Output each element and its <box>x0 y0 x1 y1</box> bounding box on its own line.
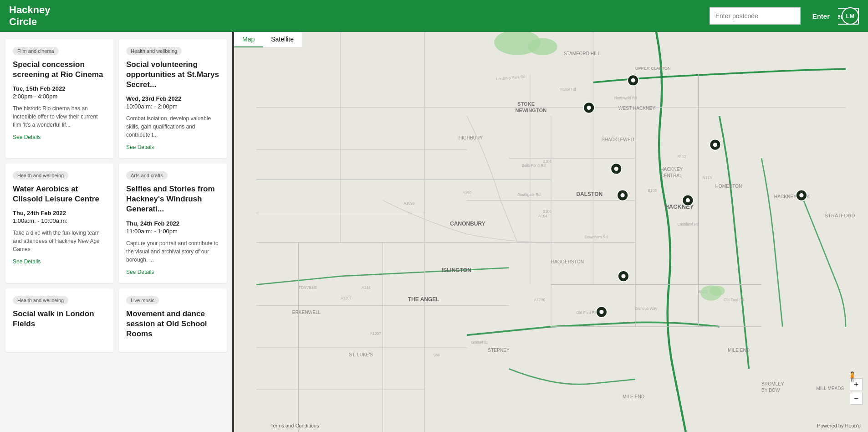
card-desc: Capture your portrait and contribute to … <box>126 239 220 264</box>
card-date: Wed, 23rd Feb 2022 <box>126 95 220 102</box>
svg-text:Old Ford Rd: Old Ford Rd <box>724 298 745 302</box>
avatar[interactable]: LM <box>842 7 859 25</box>
tab-satellite[interactable]: Satellite <box>263 32 302 47</box>
svg-text:STOKE: STOKE <box>517 101 535 107</box>
card-item-5[interactable]: Live music Movement and dance session at… <box>119 288 227 352</box>
svg-point-2 <box>528 38 557 55</box>
card-see-details-link[interactable]: See Details <box>126 269 154 275</box>
svg-text:HAGGERSTON: HAGGERSTON <box>551 259 584 264</box>
card-desc: Combat isolation, develop valuable skill… <box>126 114 220 139</box>
card-title: Selfies and Stories from Hackney's Windr… <box>126 184 220 214</box>
card-time: 1:00a:m: - 10:00a:m: <box>13 217 106 224</box>
svg-point-95 <box>599 310 603 314</box>
svg-text:SHACKLEWELL: SHACKLEWELL <box>602 137 636 142</box>
card-desc: The historic Rio cinema has an incredibl… <box>13 104 106 129</box>
svg-text:Southgate Rd: Southgate Rd <box>517 192 541 197</box>
svg-point-81 <box>631 78 635 82</box>
svg-text:Northwold Rd: Northwold Rd <box>614 96 638 100</box>
main-layout: Film and cinema Special concession scree… <box>0 32 868 432</box>
card-date: Tue, 15th Feb 2022 <box>13 85 106 92</box>
header: Hackney Circle Filters Enter LM <box>0 0 868 32</box>
card-title: Water Aerobics at Clissold Leisure Centr… <box>13 184 106 204</box>
card-tag: Health and wellbeing <box>13 296 68 304</box>
svg-text:STRATFORD: STRATFORD <box>825 213 855 218</box>
svg-point-77 <box>710 286 725 296</box>
svg-text:TONVILLE: TONVILLE <box>298 285 317 290</box>
card-item-0[interactable]: Film and cinema Special concession scree… <box>5 39 113 158</box>
svg-text:HACKNEY: HACKNEY <box>660 167 683 172</box>
svg-text:A1207: A1207 <box>341 296 352 300</box>
card-title: Social volunteering opportunities at St.… <box>126 60 220 90</box>
svg-text:B112: B112 <box>677 154 686 159</box>
svg-point-83 <box>713 143 717 147</box>
card-tag: Health and wellbeing <box>13 171 68 180</box>
card-tag: Health and wellbeing <box>126 47 182 55</box>
card-see-details-link[interactable]: See Details <box>13 134 41 140</box>
svg-text:ST. LUKE'S: ST. LUKE'S <box>349 352 373 357</box>
card-tag: Live music <box>126 296 159 304</box>
svg-text:Cassland Rd: Cassland Rd <box>677 222 699 226</box>
svg-point-87 <box>620 193 624 197</box>
svg-text:A199: A199 <box>463 190 472 195</box>
map-background[interactable]: STAMFORD HILL UPPER CLAPTON STOKE NEWING… <box>234 32 868 432</box>
svg-text:BY BOW: BY BOW <box>761 388 780 393</box>
card-item-1[interactable]: Health and wellbeing Social volunteering… <box>119 39 227 158</box>
card-date: Thu, 24th Feb 2022 <box>13 210 106 216</box>
cards-grid: Film and cinema Special concession scree… <box>5 39 227 352</box>
svg-text:CENTRAL: CENTRAL <box>660 173 682 178</box>
svg-point-85 <box>614 167 618 171</box>
svg-text:Balls Pond Rd: Balls Pond Rd <box>521 163 546 168</box>
map-controls: + − <box>850 378 863 405</box>
svg-text:CANONBURY: CANONBURY <box>450 221 485 227</box>
svg-point-93 <box>621 274 625 278</box>
svg-text:A1207: A1207 <box>370 331 381 336</box>
enter-button[interactable]: Enter <box>804 7 838 25</box>
svg-text:Bishops Way: Bishops Way <box>635 306 658 311</box>
svg-text:N113: N113 <box>703 175 712 180</box>
zoom-out-button[interactable]: − <box>850 392 863 405</box>
svg-text:WEST HACKNEY: WEST HACKNEY <box>618 106 655 111</box>
card-item-3[interactable]: Arts and crafts Selfies and Stories from… <box>119 164 227 283</box>
svg-text:B108: B108 <box>648 188 657 193</box>
card-date: Thu, 24th Feb 2022 <box>126 220 220 227</box>
tab-map[interactable]: Map <box>234 32 263 47</box>
svg-text:S56: S56 <box>433 353 440 357</box>
svg-text:BROMLEY: BROMLEY <box>761 381 784 386</box>
svg-text:MILE END: MILE END <box>623 394 644 399</box>
card-time: 11:00a:m: - 1:00pm <box>126 228 220 235</box>
map-container: Map Satellite <box>234 32 868 432</box>
postcode-input[interactable] <box>710 7 801 25</box>
street-view-person[interactable]: 🧍 <box>847 371 858 382</box>
svg-text:Downham Rd: Downham Rd <box>585 235 608 239</box>
svg-text:Old Ford Rd: Old Ford Rd <box>576 310 597 315</box>
svg-text:STAMFORD HILL: STAMFORD HILL <box>564 51 601 56</box>
card-desc: Take a dive with the fun-loving team and… <box>13 229 106 253</box>
svg-point-91 <box>799 193 803 197</box>
svg-text:Manor Rd: Manor Rd <box>559 87 576 92</box>
card-see-details-link[interactable]: See Details <box>126 144 154 150</box>
map-tabs: Map Satellite <box>234 32 302 48</box>
card-title: Movement and dance session at Old School… <box>126 309 220 339</box>
svg-text:HIGHBURY: HIGHBURY <box>459 135 483 140</box>
svg-text:B104: B104 <box>543 159 552 164</box>
card-item-2[interactable]: Health and wellbeing Water Aerobics at C… <box>5 164 113 283</box>
svg-text:MILL MEADS: MILL MEADS <box>816 386 844 391</box>
svg-text:B108: B108 <box>543 209 552 214</box>
header-right: Enter LM <box>710 7 859 25</box>
card-tag: Film and cinema <box>13 47 59 55</box>
svg-text:ISLINGTON: ISLINGTON <box>442 267 471 273</box>
powered-label: Powered by Hoop'd <box>817 423 861 428</box>
svg-text:A1200: A1200 <box>534 298 545 302</box>
svg-text:STEPNEY: STEPNEY <box>488 348 510 353</box>
svg-text:A104: A104 <box>538 214 547 218</box>
card-time: 10:00a:m: - 2:00pm <box>126 103 220 110</box>
logo: Hackney Circle <box>9 4 51 28</box>
card-see-details-link[interactable]: See Details <box>13 258 41 265</box>
card-item-4[interactable]: Health and wellbeing Social walk in Lond… <box>5 288 113 352</box>
svg-point-79 <box>587 106 591 110</box>
svg-text:UPPER CLAPTON: UPPER CLAPTON <box>635 66 671 71</box>
svg-text:Gosset St: Gosset St <box>471 340 488 345</box>
terms-label[interactable]: Terms and Conditions <box>271 423 319 428</box>
card-tag: Arts and crafts <box>126 171 168 180</box>
svg-text:A1099: A1099 <box>404 201 415 206</box>
